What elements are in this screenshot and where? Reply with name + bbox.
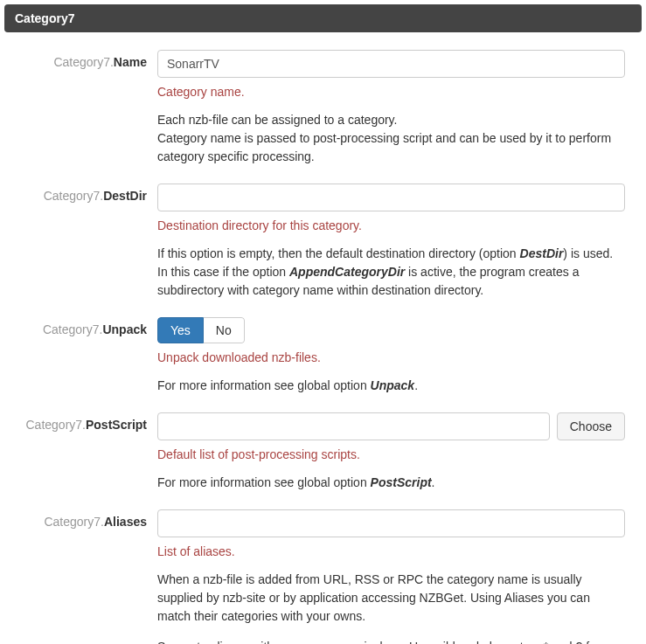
destdir-desc: If this option is empty, then the defaul… (157, 245, 625, 300)
postscript-hint: Default list of post-processing scripts. (157, 447, 625, 461)
label-postscript: Category7.PostScript (4, 412, 157, 492)
destdir-input[interactable] (157, 184, 625, 211)
name-desc: Each nzb-file can be assigned to a categ… (157, 111, 625, 166)
destdir-hint: Destination directory for this category. (157, 218, 625, 232)
name-input[interactable] (157, 50, 625, 78)
postscript-desc: For more information see global option P… (157, 474, 625, 492)
choose-button[interactable]: Choose (557, 412, 625, 440)
row-destdir: Category7.DestDir Destination directory … (4, 184, 642, 300)
unpack-yes-button[interactable]: Yes (157, 317, 204, 343)
label-destdir: Category7.DestDir (4, 184, 157, 300)
unpack-toggle: Yes No (157, 317, 245, 343)
row-postscript: Category7.PostScript Choose Default list… (4, 412, 642, 492)
unpack-desc: For more information see global option U… (157, 377, 625, 395)
name-hint: Category name. (157, 85, 625, 99)
label-aliases: Category7.Aliases (4, 509, 157, 644)
postscript-input[interactable] (157, 412, 550, 440)
row-name: Category7.Name Category name. Each nzb-f… (4, 50, 642, 166)
section-header: Category7 (4, 4, 642, 32)
row-aliases: Category7.Aliases List of aliases. When … (4, 509, 642, 644)
label-name: Category7.Name (4, 50, 157, 166)
section-title: Category7 (15, 11, 74, 25)
label-unpack: Category7.Unpack (4, 317, 157, 395)
aliases-input[interactable] (157, 509, 625, 537)
aliases-desc1: When a nzb-file is added from URL, RSS o… (157, 571, 625, 626)
row-unpack: Category7.Unpack Yes No Unpack downloade… (4, 317, 642, 395)
unpack-hint: Unpack downloaded nzb-files. (157, 350, 625, 364)
aliases-hint: List of aliases. (157, 544, 625, 558)
unpack-no-button[interactable]: No (204, 317, 245, 343)
aliases-desc2: Separate aliases with commas or semicolo… (157, 638, 625, 644)
